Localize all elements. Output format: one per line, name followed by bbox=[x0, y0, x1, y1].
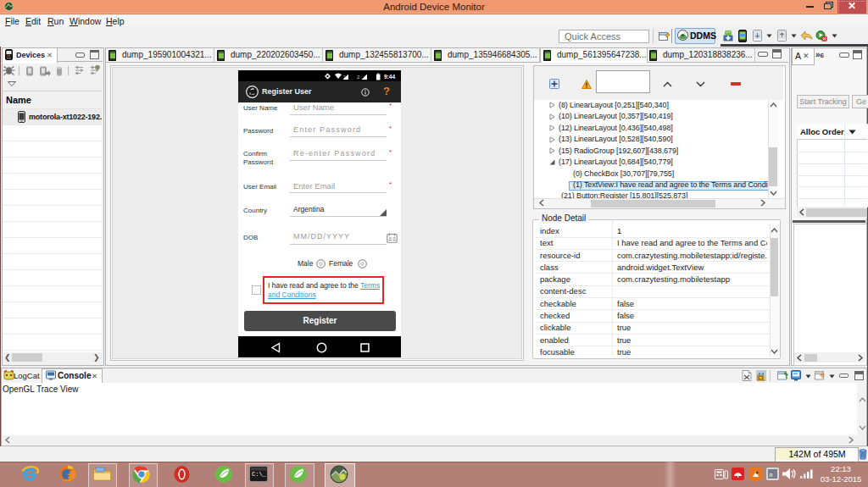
svg-text:9:44: 9:44 bbox=[384, 74, 395, 80]
svg-text:2: 2 bbox=[357, 75, 360, 80]
svg-text:C:\_: C:\_ bbox=[252, 471, 267, 478]
svg-text:n: n bbox=[770, 471, 773, 479]
